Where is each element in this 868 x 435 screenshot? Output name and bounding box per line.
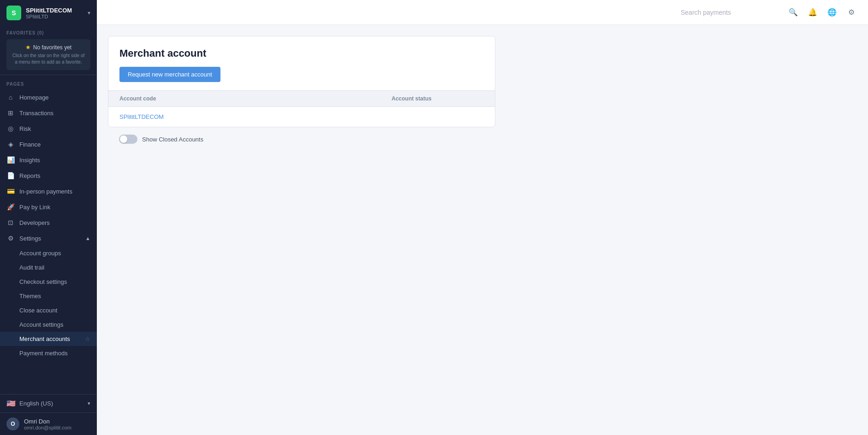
sidebar-item-risk[interactable]: ◎ Risk: [0, 121, 97, 136]
sidebar-item-pay-by-link[interactable]: 🚀 Pay by Link: [0, 199, 97, 215]
notifications-icon[interactable]: 🔔: [805, 5, 820, 20]
risk-icon: ◎: [6, 125, 15, 132]
pages-label: PAGES: [0, 75, 97, 89]
table-row: SPlititLTDECOM: [108, 107, 495, 127]
language-selector[interactable]: 🇺🇸 English (US) ▾: [0, 394, 97, 412]
favorites-title: ★ No favorites yet: [12, 44, 85, 51]
sidebar-item-finance[interactable]: ◈ Finance: [0, 136, 97, 152]
settings-header[interactable]: ⚙ Settings ▲: [0, 230, 97, 246]
user-section: O Omri Don omri.don@splitit.com: [0, 412, 97, 435]
pay-by-link-icon: 🚀: [6, 203, 15, 211]
sidebar-item-transactions[interactable]: ⊞ Transactions: [0, 105, 97, 121]
toggle-knob: [120, 135, 127, 143]
insights-icon: 📊: [6, 156, 15, 164]
sidebar-item-homepage[interactable]: ⌂ Homepage: [0, 89, 97, 105]
user-email: omri.don@splitit.com: [24, 425, 71, 430]
help-icon[interactable]: 🌐: [825, 5, 839, 20]
sidebar-item-developers[interactable]: ⊡ Developers: [0, 215, 97, 230]
sidebar-sub-account-settings[interactable]: Account settings: [0, 317, 97, 332]
user-name: Omri Don: [24, 418, 71, 425]
sidebar-sub-close-account[interactable]: Close account: [0, 303, 97, 317]
finance-icon: ◈: [6, 141, 15, 148]
developers-icon: ⊡: [6, 219, 15, 226]
sidebar-sub-themes[interactable]: Themes: [0, 289, 97, 303]
sidebar-item-insights[interactable]: 📊 Insights: [0, 152, 97, 168]
favorites-label: FAVORITES (0): [6, 30, 90, 35]
search-wrapper: 🔍: [681, 5, 801, 20]
col-account-code: Account code: [119, 95, 392, 102]
sidebar-item-in-person[interactable]: 💳 In-person payments: [0, 183, 97, 199]
flag-icon: 🇺🇸: [6, 399, 16, 408]
settings-icon: ⚙: [6, 235, 15, 242]
sidebar-sub-audit-trail[interactable]: Audit trail: [0, 260, 97, 275]
favorites-box: ★ No favorites yet Click on the star on …: [6, 39, 90, 70]
brand-header[interactable]: S SPlititLTDECOM SPlititLTD ▾: [0, 0, 97, 26]
brand-name: SPlititLTDECOM: [26, 7, 83, 14]
in-person-icon: 💳: [6, 188, 15, 195]
settings-section: ⚙ Settings ▲ Account groups Audit trail …: [0, 230, 97, 360]
show-closed-toggle[interactable]: [119, 135, 137, 144]
search-icon[interactable]: 🔍: [786, 5, 801, 20]
brand-sub: SPlititLTD: [26, 14, 83, 19]
merchant-accounts-star-icon[interactable]: ☆: [85, 335, 90, 342]
sidebar-item-reports[interactable]: 📄 Reports: [0, 168, 97, 183]
brand-text: SPlititLTDECOM SPlititLTD: [26, 7, 83, 19]
transactions-icon: ⊞: [6, 109, 15, 117]
language-chevron-icon: ▾: [88, 400, 90, 406]
home-icon: ⌂: [6, 94, 15, 101]
brand-chevron-icon: ▾: [88, 10, 90, 16]
favorites-section: FAVORITES (0) ★ No favorites yet Click o…: [0, 26, 97, 75]
account-code-link[interactable]: SPlititLTDECOM: [119, 113, 392, 120]
show-closed-label: Show Closed Accounts: [142, 136, 203, 143]
sidebar-sub-merchant-accounts[interactable]: Merchant accounts ☆: [0, 332, 97, 346]
sidebar-sub-checkout-settings[interactable]: Checkout settings: [0, 275, 97, 289]
content-area: Merchant account Request new merchant ac…: [97, 25, 868, 435]
merchant-account-card: Merchant account Request new merchant ac…: [108, 36, 495, 127]
table-header: Account code Account status: [108, 90, 495, 107]
col-account-status: Account status: [392, 95, 484, 102]
request-merchant-account-button[interactable]: Request new merchant account: [119, 67, 220, 82]
show-closed-toggle-row: Show Closed Accounts: [108, 127, 857, 151]
brand-logo: S: [6, 6, 21, 20]
user-info: Omri Don omri.don@splitit.com: [24, 418, 71, 430]
topbar: 🔍 🔔 🌐 ⚙: [97, 0, 868, 25]
sidebar-sub-payment-methods[interactable]: Payment methods: [0, 346, 97, 360]
settings-chevron-icon: ▲: [85, 235, 90, 241]
sidebar: S SPlititLTDECOM SPlititLTD ▾ FAVORITES …: [0, 0, 97, 435]
avatar: O: [6, 417, 19, 430]
card-title: Merchant account: [119, 47, 484, 59]
favorites-desc: Click on the star on the right side of a…: [12, 53, 85, 65]
reports-icon: 📄: [6, 172, 15, 179]
main-area: 🔍 🔔 🌐 ⚙ Merchant account Request new mer…: [97, 0, 868, 435]
card-header: Merchant account Request new merchant ac…: [108, 36, 495, 90]
star-icon: ★: [25, 44, 31, 51]
search-input[interactable]: [681, 9, 782, 16]
sidebar-sub-account-groups[interactable]: Account groups: [0, 246, 97, 260]
user-settings-icon[interactable]: ⚙: [844, 5, 859, 20]
